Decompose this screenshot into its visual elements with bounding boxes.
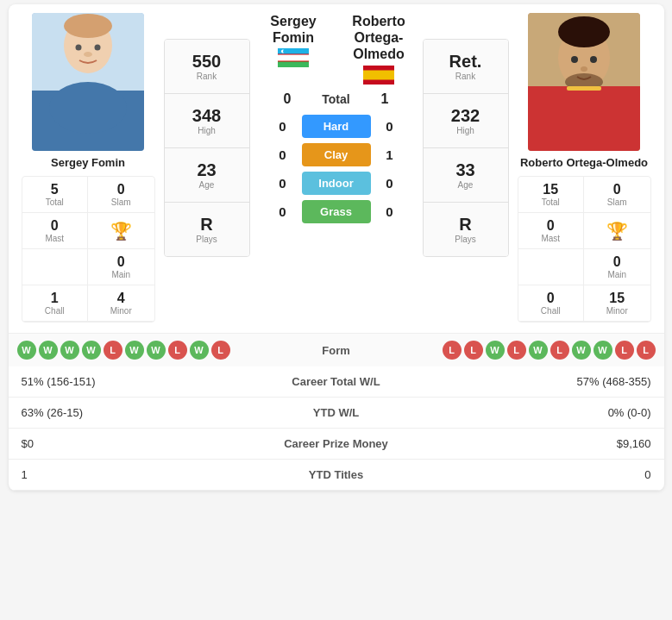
uzbekistan-flag — [278, 48, 309, 67]
svg-point-21 — [571, 56, 578, 63]
trophy-icon: 🏆 — [110, 221, 132, 241]
right-stat-val: 0 — [613, 254, 621, 270]
rrank-val-0: Ret. — [449, 52, 482, 72]
surface-btn-hard[interactable]: Hard — [302, 115, 371, 138]
svg-point-5 — [76, 45, 82, 51]
rrank-lbl-3: Plays — [455, 235, 475, 244]
right-stat-cell-0: 15Total — [518, 177, 585, 213]
left-stat-val: 4 — [117, 291, 125, 306]
stats-row: 63% (26-15) YTD W/L 0% (0-0) — [9, 398, 664, 429]
right-player-column: Roberto Ortega-Olmedo15Total0Slam0Mast🏆0… — [509, 13, 660, 323]
right-stat-lbl: Slam — [607, 197, 627, 207]
left-stat-cell-6: 1Chall — [22, 285, 89, 322]
lrank-lbl-3: Plays — [196, 235, 217, 244]
stats-table: 51% (156-151) Career Total W/L 57% (468-… — [9, 366, 664, 491]
right-stat-lbl: Mast — [541, 234, 560, 243]
stat-center-label: Career Prize Money — [224, 429, 447, 460]
form-section: WWWWLWWLWLFormLLWLWLWWLL — [9, 333, 664, 366]
rrank-val-2: 33 — [455, 160, 474, 180]
stat-center-label: Career Total W/L — [224, 366, 447, 398]
stat-right-val: 57% (468-355) — [448, 366, 664, 398]
svg-rect-16 — [363, 70, 394, 79]
stat-left-val: 51% (156-151) — [9, 366, 225, 398]
lrank-lbl-2: Age — [199, 180, 215, 190]
left-player-name-display: Sergey Fomin — [51, 156, 125, 169]
right-rank-cell-3: RPlays — [424, 203, 508, 256]
left-stat-lbl: Chall — [45, 306, 65, 316]
stats-row: 51% (156-151) Career Total W/L 57% (468-… — [9, 366, 664, 398]
stat-right-val: 0% (0-0) — [448, 398, 664, 429]
right-player-photo — [528, 13, 640, 151]
svg-rect-25 — [567, 86, 601, 91]
left-form-badge: W — [82, 341, 101, 360]
rrank-lbl-1: High — [456, 126, 474, 135]
surface-row-indoor: 0 Indoor 0 — [259, 172, 414, 195]
left-rank-cell-2: 23Age — [165, 148, 249, 203]
right-name-center: Roberto Ortega-Olmedo — [344, 13, 414, 85]
lrank-lbl-1: High — [198, 126, 216, 135]
surface-btn-grass[interactable]: Grass — [302, 200, 371, 223]
left-stat-val: 1 — [51, 291, 59, 306]
surface-btn-clay[interactable]: Clay — [302, 143, 371, 166]
right-form-badge: L — [615, 341, 634, 360]
right-stat-lbl: Minor — [606, 306, 628, 316]
center-column: Sergey Fomin Roberto Ortega-Olmedo 0 Tot… — [254, 13, 418, 226]
right-stat-cell-3: 🏆 — [584, 213, 650, 249]
svg-point-23 — [581, 66, 587, 72]
left-form-badges: WWWWLWWLWL — [17, 341, 285, 360]
rrank-lbl-2: Age — [458, 180, 474, 190]
svg-rect-12 — [278, 61, 309, 62]
left-stat-lbl: Slam — [111, 197, 131, 207]
right-form-badge: W — [572, 341, 591, 360]
right-rank-cell-0: Ret.Rank — [424, 40, 508, 94]
player-names-row: Sergey Fomin Roberto Ortega-Olmedo — [259, 13, 414, 85]
top-section: Sergey Fomin5Total0Slam0Mast🏆0Main1Chall… — [9, 4, 664, 323]
surface-left-indoor: 0 — [274, 176, 292, 191]
left-rank-cell-0: 550Rank — [165, 40, 249, 94]
surface-row-hard: 0 Hard 0 — [259, 115, 414, 138]
right-stat-val: 15 — [543, 182, 558, 197]
left-stat-val: 0 — [117, 182, 125, 197]
stat-left-val: 1 — [9, 460, 225, 491]
right-form-badge: W — [486, 341, 505, 360]
left-rank-cell-1: 348High — [165, 94, 249, 148]
left-stats-block: Sergey Fomin5Total0Slam0Mast🏆0Main1Chall… — [22, 156, 155, 323]
left-stat-lbl: Main — [111, 270, 130, 279]
right-form-badges: LLWLWLWWLL — [388, 341, 656, 360]
right-stat-cell-6: 0Chall — [518, 285, 585, 322]
right-rank-cell-2: 33Age — [424, 148, 508, 203]
left-form-badge: W — [17, 341, 36, 360]
stat-center-label: YTD Titles — [224, 460, 447, 491]
surface-row-clay: 0 Clay 1 — [259, 143, 414, 166]
svg-point-14 — [283, 50, 286, 53]
right-form-badge: L — [464, 341, 483, 360]
left-stat-lbl: Minor — [110, 306, 132, 316]
right-rank-cell-1: 232High — [424, 94, 508, 148]
left-stat-val: 0 — [117, 254, 125, 270]
left-form-badge: W — [147, 341, 166, 360]
left-form-badge: L — [211, 341, 230, 360]
rrank-lbl-0: Rank — [455, 72, 475, 81]
left-stat-val: 0 — [51, 218, 59, 234]
svg-rect-11 — [278, 54, 309, 55]
right-form-badge: L — [550, 341, 569, 360]
stats-row: $0 Career Prize Money $9,160 — [9, 429, 664, 460]
surface-btn-indoor[interactable]: Indoor — [302, 172, 371, 195]
lrank-val-2: 23 — [197, 160, 216, 180]
right-stat-cell-4 — [518, 249, 585, 285]
right-stats-grid: 15Total0Slam0Mast🏆0Main0Chall15Minor — [518, 176, 651, 323]
surface-left-grass: 0 — [274, 204, 292, 219]
svg-point-2 — [64, 14, 112, 38]
form-label: Form — [285, 344, 388, 357]
right-form-badge: L — [637, 341, 656, 360]
right-rank-panel: Ret.Rank232High33AgeRPlays — [423, 39, 509, 257]
stat-right-val: 0 — [448, 460, 664, 491]
surface-right-clay: 1 — [381, 147, 399, 162]
lrank-val-1: 348 — [192, 106, 221, 126]
svg-point-4 — [49, 82, 127, 134]
lrank-val-3: R — [200, 215, 212, 235]
total-left: 0 — [284, 91, 292, 107]
right-stat-val: 0 — [547, 291, 555, 306]
surface-left-hard: 0 — [274, 119, 292, 134]
right-stat-lbl: Total — [542, 197, 560, 207]
